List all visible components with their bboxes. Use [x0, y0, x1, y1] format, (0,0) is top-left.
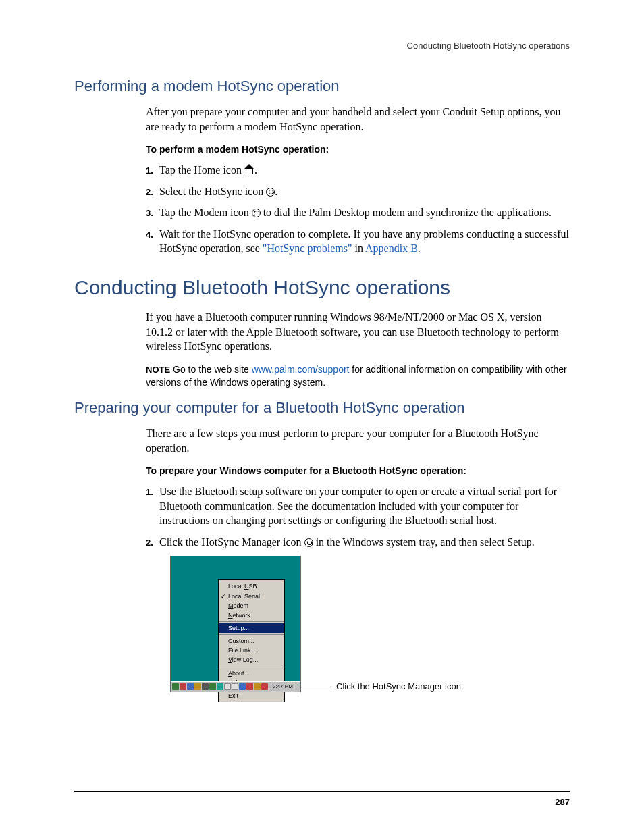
tray-icon[interactable] [232, 683, 238, 690]
intro-paragraph: After you prepare your computer and your… [146, 105, 570, 134]
subheading-perform-modem: To perform a modem HotSync operation: [146, 143, 570, 156]
figure-caption: Click the HotSync Manager icon [336, 681, 461, 693]
menu-item-modem[interactable]: Modem [219, 601, 284, 610]
tray-icon[interactable] [209, 683, 216, 690]
step-number: 4. [146, 227, 159, 256]
step-number: 1. [146, 163, 159, 178]
heading-preparing-computer: Preparing your computer for a Bluetooth … [74, 399, 570, 417]
link-appendix-b[interactable]: Appendix B [365, 242, 418, 254]
menu-item-custom[interactable]: Custom... [219, 636, 284, 646]
link-palm-support[interactable]: www.palm.com/support [252, 364, 350, 375]
menu-item-view-log[interactable]: View Log... [219, 655, 284, 664]
running-header: Conducting Bluetooth HotSync operations [74, 41, 570, 51]
step-number: 2. [146, 184, 159, 199]
note-label: NOTE [146, 365, 170, 375]
tray-icon[interactable] [180, 683, 186, 690]
step-number: 1. [146, 484, 159, 528]
screenshot-hotsync-menu: Local USB ✓Local Serial Modem Network Se… [170, 556, 301, 692]
modem-icon [252, 209, 261, 217]
section-bluetooth-intro: If you have a Bluetooth computer running… [146, 310, 570, 390]
footer-rule [74, 791, 570, 792]
section-modem-hotsync: After you prepare your computer and your… [146, 105, 570, 256]
taskbar-clock: 2:47 PM [271, 683, 295, 692]
hotsync-manager-tray-icon[interactable] [261, 683, 268, 690]
step-3: 3. Tap the Modem icon to dial the Palm D… [146, 205, 570, 220]
menu-item-exit[interactable]: Exit [219, 691, 284, 700]
step-text: Tap the Home icon . [159, 163, 570, 178]
step-number: 3. [146, 205, 159, 220]
menu-item-file-link[interactable]: File Link... [219, 646, 284, 655]
step-2: 2. Click the HotSync Manager icon in the… [146, 535, 570, 550]
subheading-prepare-windows: To prepare your Windows computer for a B… [146, 465, 570, 477]
tray-icon[interactable] [217, 683, 223, 690]
step-text: Click the HotSync Manager icon in the Wi… [159, 535, 570, 550]
step-1: 1. Use the Bluetooth setup software on y… [146, 484, 570, 528]
tray-icon[interactable] [224, 683, 231, 690]
menu-item-network[interactable]: Network [219, 610, 284, 620]
hotsync-icon [304, 538, 313, 547]
tray-icon[interactable] [246, 683, 253, 690]
link-hotsync-problems[interactable]: "HotSync problems" [263, 242, 352, 254]
menu-item-setup[interactable]: Setup... [219, 623, 284, 633]
page-number: 287 [555, 797, 570, 807]
menu-item-local-usb[interactable]: Local USB [219, 581, 284, 591]
step-number: 2. [146, 535, 159, 550]
step-text: Tap the Modem icon to dial the Palm Desk… [159, 205, 570, 220]
home-icon [244, 165, 254, 175]
intro-paragraph: If you have a Bluetooth computer running… [146, 310, 570, 354]
tray-icon[interactable] [239, 683, 246, 690]
step-text: Wait for the HotSync operation to comple… [159, 227, 570, 256]
intro-paragraph: There are a few steps you must perform t… [146, 426, 570, 455]
system-tray [172, 683, 268, 690]
figure-wrap: Local USB ✓Local Serial Modem Network Se… [170, 556, 570, 692]
tray-icon[interactable] [187, 683, 194, 690]
callout-line [301, 687, 333, 687]
section-preparing: There are a few steps you must perform t… [146, 426, 570, 692]
step-text: Select the HotSync icon . [159, 184, 570, 199]
hotsync-icon [266, 188, 275, 197]
menu-item-local-serial[interactable]: ✓Local Serial [219, 592, 284, 601]
heading-performing-modem-hotsync: Performing a modem HotSync operation [74, 78, 570, 95]
tray-icon[interactable] [202, 683, 209, 690]
heading-conducting-bluetooth: Conducting Bluetooth HotSync operations [74, 276, 570, 299]
step-text: Use the Bluetooth setup software on your… [159, 484, 570, 528]
page: Conducting Bluetooth HotSync operations … [0, 0, 644, 834]
windows-taskbar: 2:47 PM [171, 681, 300, 692]
tray-icon[interactable] [254, 683, 261, 690]
note-block: NOTE Go to the web site www.palm.com/sup… [146, 363, 570, 390]
menu-item-about[interactable]: About... [219, 669, 284, 678]
tray-icon[interactable] [194, 683, 201, 690]
step-1: 1. Tap the Home icon . [146, 163, 570, 178]
tray-icon[interactable] [172, 683, 179, 690]
step-4: 4. Wait for the HotSync operation to com… [146, 227, 570, 256]
step-2: 2. Select the HotSync icon . [146, 184, 570, 199]
